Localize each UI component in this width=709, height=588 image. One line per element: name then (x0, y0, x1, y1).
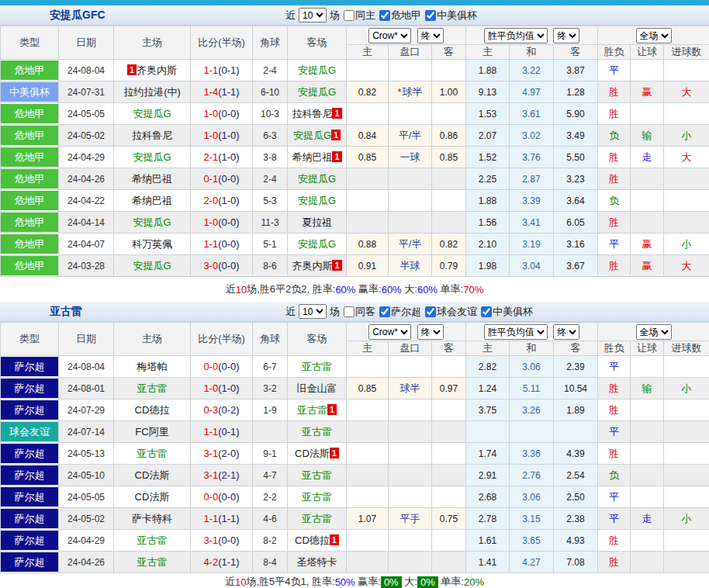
home-team: CD法斯 (114, 465, 191, 486)
recent-count-select[interactable]: 10 (299, 8, 327, 22)
filter-checkbox-item[interactable]: 中美俱杯 (421, 9, 477, 22)
goals-result-cell (664, 486, 709, 508)
filter-checkbox-item[interactable]: 球会友谊 (421, 305, 477, 319)
filter-checkbox[interactable] (379, 10, 390, 21)
europe-time-select[interactable]: 终 (553, 324, 579, 340)
filter-checkbox[interactable] (344, 10, 354, 21)
goals-result-cell (664, 212, 709, 233)
odds-away: 5.50 (554, 147, 598, 168)
home-team-name: 梅塔帕 (137, 361, 168, 372)
odds-draw: 3.36 (510, 443, 554, 465)
europe-odds-select[interactable]: 胜平负均值 (484, 28, 548, 43)
home-team-name: 萨卡特科 (132, 513, 172, 524)
away-team: 安提瓜G1 (288, 125, 347, 147)
halftime-score: (1-1) (218, 86, 239, 98)
match-score: 1-0(1-0) (191, 125, 253, 147)
subcol-odds-home: 主 (466, 45, 510, 60)
filter-checkbox-item[interactable]: 同客 (340, 305, 375, 319)
away-team: 齐奥内斯1 (288, 255, 347, 277)
ah-line (389, 212, 432, 233)
match-row: 危地甲24-04-14安提瓜G1-0(0-0)11-3夏拉祖1.563.416.… (1, 212, 709, 233)
match-type: 萨尔超 (1, 508, 59, 530)
recent-count-select[interactable]: 10 (299, 304, 327, 319)
col-header-corner: 角球 (253, 323, 288, 356)
bookmaker-select[interactable]: Crow* (368, 28, 411, 43)
match-type: 萨尔超 (1, 443, 59, 465)
filter-checkbox[interactable] (344, 306, 354, 317)
subcol-goals-result: 进球数 (664, 341, 709, 356)
match-type: 危地甲 (1, 233, 59, 255)
goals-result-cell: 小 (664, 233, 709, 255)
match-type: 危地甲 (1, 103, 59, 125)
filter-checkbox[interactable] (425, 306, 436, 317)
match-date: 24-04-26 (59, 552, 114, 573)
scope-select[interactable]: 全场 (636, 324, 672, 340)
corner-count: 3-8 (253, 147, 288, 168)
result-cell: 平 (598, 486, 631, 508)
ah-away-odds: 0.82 (432, 233, 466, 255)
goals-result-cell: 小 (664, 125, 709, 147)
away-team-name: 亚古雷 (302, 469, 332, 481)
match-type-badge: 萨尔超 (1, 379, 58, 398)
matches-unit-label: 场 (330, 9, 340, 22)
ah-home-odds: 0.85 (347, 147, 389, 168)
bookmaker-select[interactable]: Crow* (368, 324, 411, 340)
halftime-score: (1-1) (218, 556, 239, 568)
odds-away: 2.38 (554, 508, 598, 530)
corner-count: 6-3 (253, 125, 288, 147)
odds-draw: 3.26 (510, 399, 554, 421)
match-date: 24-07-29 (59, 399, 114, 421)
handicap-time-select[interactable]: 终 (417, 28, 444, 43)
result-cell: 胜 (598, 443, 631, 465)
odds-away: 2.50 (554, 486, 598, 508)
match-score: 0-0(0-0) (191, 486, 253, 508)
header-group-row: 类型 日期 主场 比分(半场) 角球 客场 Crow* 终 胜平负均值 终 全场 (1, 26, 709, 45)
odds-home: 1.61 (466, 530, 510, 552)
odds-away: 7.08 (554, 552, 598, 573)
ah-away-odds: 0.97 (432, 378, 466, 399)
ah-away-odds (432, 443, 466, 465)
halftime-score: (0-0) (218, 108, 239, 119)
handicap-result-cell (631, 60, 664, 81)
match-date: 24-08-04 (59, 356, 114, 378)
europe-time-select[interactable]: 终 (553, 28, 579, 43)
ah-home-odds: 0.91 (347, 255, 389, 277)
match-row: 中美俱杯24-07-31拉约拉港(中)1-4(1-1)6-10安提瓜G0.82*… (1, 81, 709, 103)
odds-draw: 3.76 (510, 147, 554, 168)
scope-select[interactable]: 全场 (636, 28, 672, 43)
filter-checkbox-label: 中美俱杯 (437, 9, 477, 22)
away-team-filter-controls: 近10场同客萨尔超球会友谊中美俱杯 (285, 302, 533, 321)
handicap-time-select[interactable]: 终 (417, 324, 444, 340)
subcol-result: 胜负 (598, 45, 631, 60)
away-team-name: 夏拉祖 (302, 216, 332, 228)
match-type-badge: 危地甲 (1, 256, 58, 275)
match-type-badge: 萨尔超 (1, 487, 58, 507)
corner-count: 8-6 (253, 255, 288, 277)
ah-home-odds: 0.84 (347, 125, 389, 147)
corner-count: 5-1 (253, 233, 288, 255)
filter-checkbox[interactable] (425, 10, 436, 21)
odds-home: 1.24 (466, 378, 510, 399)
filter-checkbox-item[interactable]: 危地甲 (375, 9, 421, 22)
filter-checkbox[interactable] (481, 306, 492, 317)
filter-checkbox-label: 球会友谊 (437, 305, 477, 319)
filter-checkbox[interactable] (379, 306, 390, 317)
filter-checkbox-item[interactable]: 中美俱杯 (477, 305, 533, 319)
summary-segment: 10 (235, 576, 246, 588)
subcol-ah-home: 主 (347, 45, 389, 60)
filter-checkbox-item[interactable]: 萨尔超 (375, 305, 421, 319)
match-type: 危地甲 (1, 212, 59, 233)
filter-checkbox-label: 萨尔超 (391, 305, 421, 319)
away-team-name: 拉科鲁尼 (292, 108, 332, 119)
summary-segment: 单率: (438, 282, 463, 296)
europe-odds-select[interactable]: 胜平负均值 (484, 324, 548, 340)
home-team-name: 拉约拉港(中) (123, 86, 181, 98)
result-cell: 胜 (598, 552, 631, 573)
match-score: 0-1(0-0) (191, 168, 253, 190)
handicap-result-cell: 输 (631, 378, 664, 399)
ah-away-odds (432, 356, 466, 378)
filter-checkbox-item[interactable]: 同主 (340, 9, 375, 22)
subcol-odds-away: 客 (554, 341, 598, 356)
away-team: 希纳巴祖1 (288, 147, 347, 168)
home-team: 安提瓜G (114, 255, 191, 277)
